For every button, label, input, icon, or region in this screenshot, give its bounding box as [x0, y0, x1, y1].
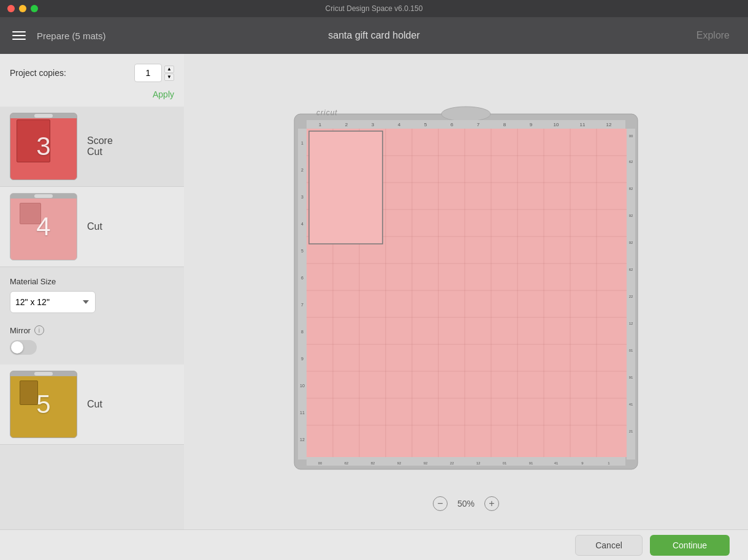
minimize-button[interactable] — [19, 5, 26, 12]
copies-decrement[interactable]: ▼ — [164, 74, 174, 81]
continue-button[interactable]: Continue — [650, 535, 730, 556]
svg-text:7: 7 — [301, 303, 303, 307]
mat-ruler-hole-5 — [34, 372, 53, 376]
explore-button[interactable]: Explore — [696, 30, 730, 41]
svg-text:21: 21 — [629, 429, 633, 433]
zoom-value: 50% — [454, 499, 478, 509]
svg-text:82: 82 — [371, 461, 375, 465]
mat-shape-5 — [20, 380, 38, 405]
mat-card-4[interactable]: 4 Cut — [0, 187, 184, 267]
mat-ruler-3 — [10, 113, 77, 118]
svg-rect-5 — [307, 457, 625, 466]
svg-text:4: 4 — [398, 122, 401, 127]
mat-thumbnail-3: 3 — [10, 113, 77, 180]
svg-text:01: 01 — [629, 349, 633, 352]
project-copies-label: Project copies: — [10, 68, 66, 78]
svg-text:12: 12 — [476, 461, 481, 465]
main-layout: Project copies: ▲ ▼ Apply 3 ScoreCut — [0, 54, 748, 529]
mat-label-5: Cut — [87, 399, 102, 410]
svg-text:5: 5 — [301, 249, 303, 253]
svg-text:10: 10 — [300, 384, 305, 388]
svg-text:92: 92 — [424, 461, 428, 465]
title-bar: Cricut Design Space v6.0.150 — [0, 0, 748, 17]
mat-card-3[interactable]: 3 ScoreCut — [0, 107, 184, 187]
mirror-label: Mirror — [10, 326, 31, 335]
mirror-toggle[interactable] — [10, 340, 37, 355]
svg-rect-4 — [627, 129, 635, 460]
apply-button[interactable]: Apply — [153, 89, 174, 99]
bottom-bar: Cancel Continue — [0, 529, 748, 560]
svg-text:82: 82 — [629, 187, 633, 191]
material-size-label: Material Size — [10, 277, 174, 286]
svg-rect-3 — [298, 129, 307, 460]
svg-text:91: 91 — [629, 376, 633, 379]
svg-text:41: 41 — [629, 403, 633, 406]
cancel-button[interactable]: Cancel — [575, 535, 643, 556]
zoom-control: − 50% + — [433, 496, 499, 511]
mat-label-4: Cut — [87, 221, 102, 232]
svg-text:9: 9 — [530, 122, 533, 127]
mat-number-3: 3 — [36, 132, 50, 161]
svg-text:11: 11 — [580, 122, 586, 127]
svg-text:cricut: cricut — [316, 108, 338, 117]
svg-text:3: 3 — [301, 195, 303, 199]
material-size-select[interactable]: 12" x 12" 12" x 24" Custom — [10, 291, 96, 313]
mat-ruler-hole-4 — [34, 194, 53, 198]
copies-increment[interactable]: ▲ — [164, 66, 174, 73]
copies-input[interactable] — [134, 64, 162, 82]
header-bar: Prepare (5 mats) santa gift card holder … — [0, 17, 748, 54]
svg-text:7: 7 — [477, 122, 480, 127]
svg-text:8: 8 — [301, 330, 303, 334]
prepare-label: Prepare (5 mats) — [37, 31, 106, 41]
menu-button[interactable] — [12, 31, 26, 40]
svg-point-1 — [441, 107, 490, 121]
zoom-increase-button[interactable]: + — [484, 496, 499, 511]
svg-text:01: 01 — [503, 461, 507, 465]
mat-ruler-hole-3 — [34, 114, 53, 118]
svg-text:8: 8 — [503, 122, 506, 127]
mat-svg: 1 2 3 4 5 6 7 8 9 10 11 12 1 2 3 4 5 6 — [288, 102, 644, 482]
svg-text:4: 4 — [301, 222, 303, 226]
apply-btn-row: Apply — [0, 88, 184, 107]
material-size-section: Material Size 12" x 12" 12" x 24" Custom — [0, 267, 184, 319]
svg-text:2: 2 — [301, 168, 303, 172]
mat-ruler-5 — [10, 371, 77, 376]
mat-label-3: ScoreCut — [87, 135, 113, 157]
mat-number-5: 5 — [36, 390, 50, 419]
svg-text:91: 91 — [529, 461, 533, 465]
traffic-lights — [7, 5, 38, 12]
svg-text:92: 92 — [629, 214, 633, 218]
svg-text:62: 62 — [629, 160, 633, 164]
mat-ruler-4 — [10, 194, 77, 199]
svg-text:92: 92 — [629, 241, 633, 244]
svg-text:00: 00 — [629, 134, 633, 138]
svg-text:3: 3 — [372, 122, 375, 127]
maximize-button[interactable] — [31, 5, 38, 12]
mat-card-5[interactable]: 5 Cut — [0, 365, 184, 445]
svg-text:92: 92 — [397, 461, 402, 465]
svg-text:9: 9 — [301, 357, 303, 361]
project-copies-section: Project copies: ▲ ▼ — [0, 54, 184, 88]
svg-rect-2 — [307, 120, 625, 129]
close-button[interactable] — [7, 5, 15, 12]
mat-thumbnail-4: 4 — [10, 193, 77, 260]
svg-rect-29 — [309, 131, 383, 244]
copies-spinner: ▲ ▼ — [164, 66, 174, 81]
svg-text:62: 62 — [629, 268, 633, 271]
mirror-info-icon[interactable]: i — [34, 325, 44, 335]
svg-text:12: 12 — [606, 122, 612, 127]
zoom-decrease-button[interactable]: − — [433, 496, 448, 511]
svg-text:6: 6 — [301, 276, 303, 280]
svg-text:6: 6 — [451, 122, 454, 127]
svg-text:12: 12 — [300, 437, 305, 442]
svg-text:1: 1 — [319, 122, 322, 127]
svg-text:41: 41 — [554, 461, 559, 465]
svg-text:11: 11 — [300, 411, 305, 415]
svg-text:22: 22 — [450, 461, 454, 465]
mat-number-4: 4 — [36, 212, 50, 241]
canvas-area: 1 2 3 4 5 6 7 8 9 10 11 12 1 2 3 4 5 6 — [184, 54, 748, 529]
svg-text:12: 12 — [629, 322, 633, 325]
toggle-knob — [11, 341, 23, 354]
svg-text:22: 22 — [629, 295, 633, 298]
project-title: santa gift card holder — [328, 30, 419, 41]
